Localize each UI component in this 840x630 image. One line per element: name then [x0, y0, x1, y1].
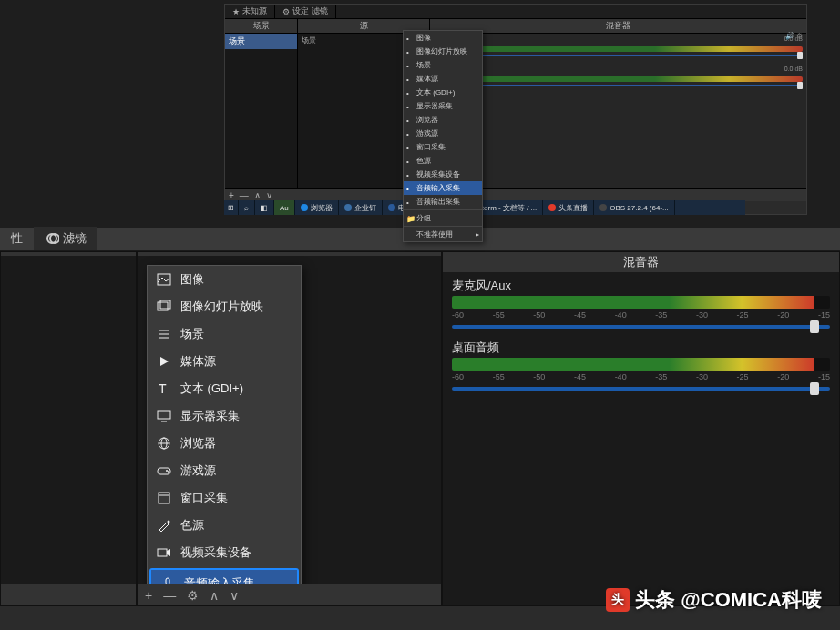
mini-ctx-group[interactable]: 📁分组: [404, 211, 482, 225]
mini-ctx-item-6[interactable]: •浏览器: [404, 113, 482, 127]
add-source-context-menu: 图像图像幻灯片放映场景媒体源文本 (GDI+)显示器采集浏览器游戏源窗口采集色源…: [147, 265, 302, 584]
mixer-desktop-label: 桌面音频: [452, 340, 830, 356]
lower-mixer-panel: 混音器 麦克风/Aux -60-55-50-45-40-35-30-25-20-…: [442, 251, 840, 606]
lower-scenes-panel: ⇱: [0, 251, 137, 606]
top-scenes-header: 场景: [225, 19, 297, 34]
taskbar-au[interactable]: Au: [274, 200, 295, 215]
remove-source-button[interactable]: —: [163, 588, 176, 603]
taskbar-toutiao[interactable]: 头条直播: [543, 200, 594, 215]
taskbar-taskview[interactable]: ◧: [255, 200, 274, 215]
top-down-btn[interactable]: ∨: [266, 190, 272, 200]
top-mixer-header: 混音器: [430, 19, 806, 34]
mini-ctx-item-4[interactable]: •文本 (GDI+): [404, 86, 482, 99]
mini-ctx-item-12[interactable]: •音频输出采集: [404, 195, 482, 208]
top-mix1-icons[interactable]: 🔊 ⚙: [785, 32, 803, 40]
mixer-desktop-meter: [452, 358, 830, 371]
image-icon: [157, 272, 171, 287]
taskbar-browser[interactable]: 浏览器: [295, 200, 339, 215]
watermark-text: 头条 @COMICA科唛: [635, 586, 822, 614]
lower-obs-window: 性 滤镜 ⇱ ⇱ 👁 🔒 图像图像幻灯片放映场景媒体源文本 (GDI+)显示器: [0, 228, 840, 630]
watermark-logo: 头: [606, 588, 630, 612]
mini-ctx-item-5[interactable]: •显示器采集: [404, 99, 482, 113]
ctx-item-text[interactable]: 文本 (GDI+): [148, 375, 301, 402]
windows-taskbar: ⊞ ⌕ ◧ Au 浏览器 企业钉 电脑屏幕的四个... Storm - 文档等 …: [224, 200, 745, 215]
top-footer-toolbar: + — ∧ ∨: [225, 188, 806, 201]
color-icon: [157, 518, 171, 533]
ctx-item-window[interactable]: 窗口采集: [148, 484, 301, 512]
mini-ctx-item-3[interactable]: •媒体源: [404, 72, 482, 86]
mini-ctx-deprecated[interactable]: 不推荐使用▸: [404, 228, 482, 241]
mini-ctx-item-9[interactable]: •色源: [404, 154, 482, 168]
taskbar-start[interactable]: ⊞: [224, 200, 239, 215]
ctx-item-scene[interactable]: 场景: [148, 320, 301, 348]
taskbar-ding[interactable]: 企业钉: [339, 200, 383, 215]
scene-icon: [157, 327, 171, 341]
top-add-btn[interactable]: +: [229, 190, 234, 200]
mini-ctx-item-8[interactable]: •窗口采集: [404, 140, 482, 154]
ctx-item-color[interactable]: 色源: [148, 512, 301, 539]
browser-icon: [157, 436, 171, 451]
mixer-mic-slider[interactable]: [452, 325, 830, 329]
top-scenes-panel: 场景 场景: [225, 19, 298, 188]
mini-ctx-item-0[interactable]: •图像: [404, 31, 482, 45]
lower-tab-attr[interactable]: 性: [0, 227, 34, 250]
move-up-button[interactable]: ∧: [210, 588, 219, 603]
media-icon: [157, 354, 171, 369]
mixer-desktop-scale: -60-55-50-45-40-35-30-25-20-15: [452, 372, 830, 381]
top-mix2-slider[interactable]: [434, 85, 803, 86]
top-mini-context-menu: •图像•图像幻灯片放映•场景•媒体源•文本 (GDI+)•显示器采集•浏览器•游…: [403, 30, 483, 242]
ctx-item-browser[interactable]: 浏览器: [148, 430, 301, 457]
top-mix1-slider[interactable]: [434, 55, 803, 56]
window-icon: [157, 491, 171, 505]
add-source-button[interactable]: +: [145, 588, 152, 603]
display-icon: [157, 409, 171, 423]
ctx-item-media[interactable]: 媒体源: [148, 348, 301, 375]
top-mix2-meter: [434, 76, 803, 82]
lower-scenes-toolbar: [1, 584, 136, 605]
lower-tab-filter[interactable]: 滤镜: [34, 227, 97, 250]
mixer-track-desktop: 桌面音频 -60-55-50-45-40-35-30-25-20-15: [452, 340, 830, 391]
mixer-mic-label: 麦克风/Aux: [452, 278, 830, 294]
ctx-item-image[interactable]: 图像: [148, 266, 301, 293]
taskbar-search[interactable]: ⌕: [239, 200, 255, 215]
filter-icon: [45, 231, 59, 246]
top-tab-2[interactable]: ⚙设定 滤镜: [275, 5, 336, 18]
top-mixer-panel: 混音器 麦克风/Aux 0.0 dB 🔊 ⚙ 桌面音频 0.0 dB: [430, 19, 806, 188]
video-icon: [157, 545, 171, 560]
ctx-item-slideshow[interactable]: 图像幻灯片放映: [148, 293, 301, 320]
taskbar-obs[interactable]: OBS 27.2.4 (64-...: [594, 200, 674, 215]
lower-sources-panel: ⇱ 👁 🔒 图像图像幻灯片放映场景媒体源文本 (GDI+)显示器采集浏览器游戏源…: [137, 251, 442, 606]
mixer-desktop-slider[interactable]: [452, 387, 830, 391]
mini-ctx-item-1[interactable]: •图像幻灯片放映: [404, 45, 482, 58]
move-down-button[interactable]: ∨: [230, 588, 239, 603]
audio-in-icon: [160, 576, 175, 584]
mini-ctx-item-11[interactable]: •音频输入采集: [404, 181, 482, 195]
text-icon: [157, 381, 171, 396]
mixer-mic-scale: -60-55-50-45-40-35-30-25-20-15: [452, 310, 830, 320]
game-icon: [157, 463, 171, 478]
mixer-mic-meter: [452, 296, 830, 309]
mini-ctx-item-2[interactable]: •场景: [404, 58, 482, 72]
top-scene-item[interactable]: 场景: [225, 34, 297, 49]
mini-ctx-item-7[interactable]: •游戏源: [404, 127, 482, 140]
top-tab-1[interactable]: ★未知源: [225, 5, 275, 18]
mini-ctx-item-10[interactable]: •视频采集设备: [404, 168, 482, 181]
top-up-btn[interactable]: ∧: [254, 190, 261, 200]
lower-mixer-title: 混音器: [443, 252, 839, 272]
top-mix1-meter: [434, 46, 803, 52]
ctx-item-video[interactable]: 视频采集设备: [148, 539, 301, 566]
watermark: 头 头条 @COMICA科唛: [606, 586, 822, 614]
top-tabs: ★未知源 ⚙设定 滤镜: [225, 5, 806, 19]
ctx-item-audio-in[interactable]: 音频输入采集: [151, 570, 297, 584]
mixer-track-mic: 麦克风/Aux -60-55-50-45-40-35-30-25-20-15: [452, 278, 830, 329]
top-remove-btn[interactable]: —: [240, 190, 249, 200]
top-sources-panel: 源 场景 👁 🔒 •图像•图像幻灯片放映•场景•媒体源•文本 (GDI+)•显示…: [298, 19, 430, 188]
ctx-item-game[interactable]: 游戏源: [148, 457, 301, 484]
ctx-item-display[interactable]: 显示器采集: [148, 402, 301, 430]
top-mix2-db: 0.0 dB: [784, 66, 803, 72]
top-obs-screenshot: ★未知源 ⚙设定 滤镜 场景 场景 源 场景 👁 🔒 •图像•图像幻灯片放映•场…: [224, 4, 807, 215]
slideshow-icon: [157, 300, 171, 314]
lower-sources-toolbar: + — ⚙ ∧ ∨: [138, 584, 441, 605]
source-settings-button[interactable]: ⚙: [187, 588, 199, 603]
